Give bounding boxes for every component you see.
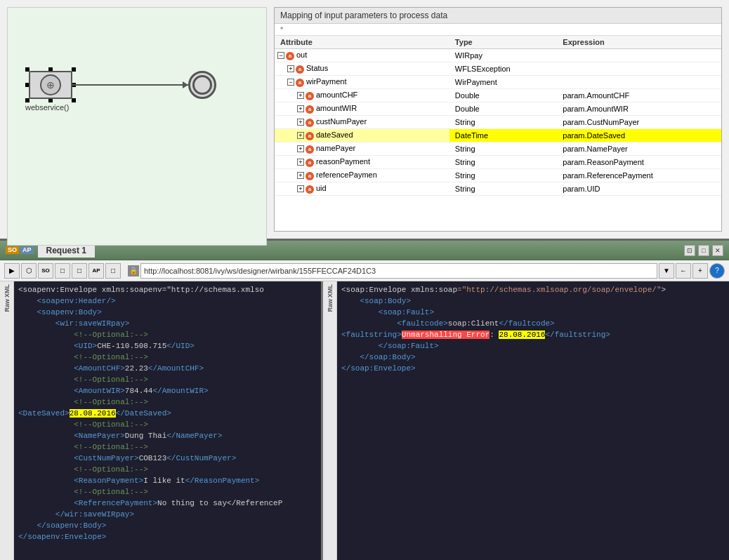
- left-xml-pane[interactable]: <soapenv:Envelope xmlns:soapenv="http://…: [14, 281, 321, 560]
- lock-icon: 🔒: [128, 265, 139, 276]
- expression-cell: param.UID: [557, 182, 721, 196]
- xml-line: <!--Optional:-->: [17, 441, 318, 453]
- url-dropdown-button[interactable]: ▼: [659, 263, 674, 279]
- expression-cell: [557, 62, 721, 76]
- attr-cell: +acustNumPayer: [275, 116, 449, 129]
- right-xml-side-labels: XML Raw: [323, 281, 337, 560]
- mapping-panel: Mapping of input parameters to process d…: [274, 7, 722, 232]
- attr-cell: +auid: [275, 182, 449, 196]
- maximize-button[interactable]: □: [698, 245, 709, 256]
- attr-name: dateSaved: [316, 131, 353, 139]
- attr-cell: +aamountCHF: [275, 89, 449, 102]
- expand-icon[interactable]: +: [297, 172, 304, 179]
- attr-cell: +areferencePaymen: [275, 169, 449, 182]
- table-row[interactable]: +areferencePaymenStringparam.ReferencePa…: [275, 169, 721, 182]
- ap-badge: AP: [20, 246, 34, 254]
- xml-line: <!--Optional:-->: [17, 419, 318, 430]
- tool-btn-so[interactable]: SO: [38, 263, 53, 279]
- expression-cell: param.CustNumPayer: [557, 116, 721, 129]
- table-row[interactable]: +aamountCHFDoubleparam.AmountCHF: [275, 89, 721, 102]
- expand-icon[interactable]: +: [287, 65, 294, 72]
- xml-line: <AmountWIR>784.44</AmountWIR>: [17, 385, 318, 396]
- end-node[interactable]: [188, 71, 216, 99]
- tool-btn-ap[interactable]: AP: [88, 263, 104, 279]
- xml-line: <soapenv:Header/>: [17, 295, 318, 307]
- expand-icon[interactable]: +: [297, 132, 304, 139]
- type-cell: String: [449, 169, 557, 182]
- attr-type-icon: a: [306, 92, 314, 100]
- type-cell: WFLSException: [449, 62, 557, 76]
- xml-line: <DateSaved>28.08.2016</DateSaved>: [17, 408, 318, 419]
- restore-button[interactable]: ⊡: [684, 245, 695, 256]
- xml-line: </soap:Body>: [340, 352, 726, 363]
- type-cell: String: [449, 142, 557, 156]
- right-xml-pane[interactable]: <soap:Envelope xmlns:soap="http://schema…: [337, 281, 729, 560]
- url-add-button[interactable]: +: [692, 263, 708, 279]
- expand-icon[interactable]: +: [297, 92, 304, 99]
- attr-cell: +anamePayer: [275, 142, 449, 156]
- start-node[interactable]: ⊕: [29, 71, 72, 99]
- table-row[interactable]: +auidStringparam.UID: [275, 182, 721, 196]
- table-row[interactable]: +areasonPaymentStringparam.ReasonPayment: [275, 156, 721, 169]
- xml-line: </wir:saveWIRpay>: [17, 509, 318, 520]
- table-row[interactable]: +acustNumPayerStringparam.CustNumPayer: [275, 116, 721, 129]
- xml-line: <soap:Body>: [340, 295, 726, 307]
- mapping-title: Mapping of input parameters to process d…: [275, 8, 721, 24]
- xml-line: <UID>CHE-110.508.715</UID>: [17, 340, 318, 352]
- url-back-button[interactable]: ←: [676, 263, 691, 279]
- mapping-subtitle: *: [275, 24, 721, 36]
- attr-cell: +aStatus: [275, 62, 449, 76]
- tool-btn-2[interactable]: ⬡: [21, 263, 37, 279]
- expand-icon[interactable]: +: [297, 185, 304, 192]
- expression-cell: [557, 76, 721, 89]
- attr-cell: +adateSaved: [275, 129, 449, 142]
- expand-icon[interactable]: +: [297, 145, 304, 152]
- play-button[interactable]: ▶: [4, 263, 20, 279]
- xml-line: <soap:Fault>: [340, 307, 726, 318]
- table-row[interactable]: +anamePayerStringparam.NamePayer: [275, 142, 721, 156]
- attr-name: uid: [316, 184, 327, 192]
- type-cell: WIRpay: [449, 49, 557, 62]
- expand-icon[interactable]: +: [297, 105, 304, 112]
- expression-cell: param.NamePayer: [557, 142, 721, 156]
- col-attribute: Attribute: [275, 36, 449, 49]
- request-toolbar: ▶ ⬡ SO □ □ AP □ 🔒 ▼ ← + ?: [0, 260, 729, 281]
- xml-line: <ReasonPayment>I like it</ReasonPayment>: [17, 475, 318, 486]
- type-cell: Double: [449, 102, 557, 116]
- expand-icon[interactable]: +: [297, 119, 304, 126]
- attr-type-icon: a: [286, 52, 294, 60]
- attr-name: referencePaymen: [316, 171, 377, 179]
- type-cell: WirPayment: [449, 76, 557, 89]
- attr-type-icon: a: [306, 119, 314, 127]
- attr-name: wirPayment: [306, 77, 346, 86]
- close-button[interactable]: ✕: [712, 245, 723, 256]
- xml-line: </soap:Fault>: [340, 340, 726, 352]
- expression-cell: param.AmountWIR: [557, 102, 721, 116]
- xml-line: <faultcode>soap:Client</faultcode>: [340, 318, 726, 329]
- canvas-area: ⊕ webservice(): [7, 7, 267, 246]
- attr-name: reasonPayment: [316, 157, 370, 166]
- type-cell: String: [449, 156, 557, 169]
- tool-btn-4[interactable]: □: [55, 263, 70, 279]
- xml-line: <soap:Envelope xmlns:soap="http://schema…: [340, 284, 726, 295]
- table-row[interactable]: +aStatusWFLSException: [275, 62, 721, 76]
- help-button[interactable]: ?: [709, 263, 725, 279]
- type-cell: String: [449, 182, 557, 196]
- expand-icon[interactable]: −: [277, 52, 284, 59]
- table-row[interactable]: +adateSavedDateTimeparam.DateSaved: [275, 129, 721, 142]
- attr-cell: +aamountWIR: [275, 102, 449, 116]
- tool-btn-7[interactable]: □: [105, 263, 121, 279]
- col-type: Type: [449, 36, 557, 49]
- expand-icon[interactable]: +: [297, 159, 304, 166]
- table-row[interactable]: −awirPaymentWirPayment: [275, 76, 721, 89]
- table-row[interactable]: −aoutWIRpay: [275, 49, 721, 62]
- attr-type-icon: a: [306, 185, 314, 194]
- xml-line: <wir:saveWIRpay>: [17, 318, 318, 329]
- tool-btn-5[interactable]: □: [72, 263, 87, 279]
- soap-badge: SO: [6, 246, 19, 254]
- attr-cell: −awirPayment: [275, 76, 449, 89]
- table-row[interactable]: +aamountWIRDoubleparam.AmountWIR: [275, 102, 721, 116]
- expression-cell: param.DateSaved: [557, 129, 721, 142]
- expand-icon[interactable]: −: [287, 79, 294, 86]
- url-input[interactable]: [140, 263, 657, 279]
